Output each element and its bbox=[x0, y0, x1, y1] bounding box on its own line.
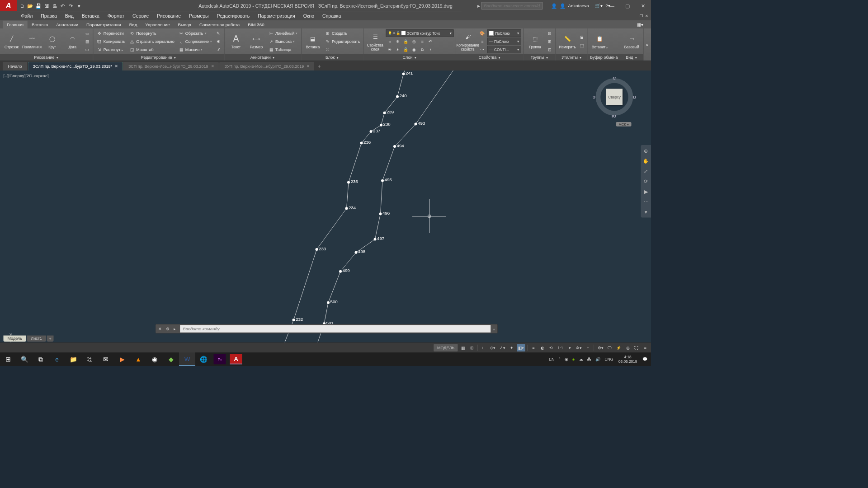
doc-tab-1[interactable]: ЗСлП пр. Верхне-Ис...бургГО_29.03.2019*✕ bbox=[28, 62, 123, 71]
ribbon-tab-2[interactable]: Аннотации bbox=[52, 21, 82, 28]
nav-more-icon[interactable]: ⋯ bbox=[642, 198, 650, 206]
ribbon-tab-3[interactable]: Параметризация bbox=[82, 21, 125, 28]
ribbon-tab-7[interactable]: Совместная работа bbox=[195, 21, 244, 28]
array-button[interactable]: ▦Массив ▾ bbox=[177, 46, 213, 53]
transparency-icon[interactable]: ◐ bbox=[538, 344, 546, 352]
chrome-icon[interactable]: 🌐 bbox=[195, 352, 212, 366]
scale-button[interactable]: ◲Масштаб bbox=[128, 46, 176, 53]
more-icon[interactable]: ⋯ bbox=[479, 46, 486, 53]
model-space-button[interactable]: МОДЕЛЬ bbox=[434, 344, 458, 352]
layer-uniso-icon[interactable]: ◉ bbox=[410, 46, 418, 53]
base-view-button[interactable]: ▭Базовый bbox=[622, 29, 641, 53]
mirror-button[interactable]: ⧋Отразить зеркально bbox=[128, 38, 176, 45]
zoom-extents-icon[interactable]: ⤢ bbox=[642, 168, 650, 175]
offset-icon[interactable]: ⫽ bbox=[215, 46, 222, 53]
isolate-icon[interactable]: ◎ bbox=[624, 344, 632, 352]
measure-button[interactable]: 📏Измерить bbox=[558, 29, 577, 53]
tray-chevron-icon[interactable]: ^ bbox=[557, 357, 562, 362]
line-button[interactable]: ╱Отрезок bbox=[2, 29, 21, 53]
ribbon-collapse-icon[interactable]: ▸ bbox=[644, 41, 651, 48]
add-layout-button[interactable]: + bbox=[47, 336, 53, 342]
new-tab-button[interactable]: + bbox=[315, 62, 323, 70]
color-dropdown[interactable]: ПоСлою▼ bbox=[487, 29, 521, 37]
group-edit-icon[interactable]: ⊞ bbox=[546, 38, 554, 45]
showmotion-icon[interactable]: ▶ bbox=[642, 188, 650, 196]
lang-indicator[interactable]: EN bbox=[547, 357, 556, 362]
action-center-icon[interactable]: 💬 bbox=[641, 357, 649, 362]
ribbon-tab-1[interactable]: Вставка bbox=[28, 21, 52, 28]
customize-status-icon[interactable]: ≡ bbox=[642, 344, 649, 352]
fillet-button[interactable]: ◟Сопряжение ▾ bbox=[177, 38, 213, 45]
attr-button[interactable]: ⌘ bbox=[324, 46, 361, 53]
tab-close-icon[interactable]: ✕ bbox=[211, 65, 214, 68]
app-logo[interactable]: A bbox=[0, 0, 17, 11]
task-view-icon[interactable]: ⧉ bbox=[33, 352, 49, 366]
dimension-button[interactable]: ⟷Размер bbox=[247, 29, 266, 53]
hardware-accel-icon[interactable]: ⚡ bbox=[615, 344, 623, 352]
menu-сервис[interactable]: Сервис bbox=[128, 11, 153, 20]
isodraft-icon[interactable]: ∠▾ bbox=[498, 344, 507, 352]
monitor-icon[interactable]: 🖵 bbox=[606, 344, 613, 352]
tab-close-icon[interactable]: ✕ bbox=[115, 65, 118, 68]
cmd-customize-icon[interactable]: ⚙ bbox=[164, 325, 172, 333]
text-button[interactable]: AТекст bbox=[226, 29, 245, 53]
menu-формат[interactable]: Формат bbox=[104, 11, 128, 20]
move-button[interactable]: ✥Перенести bbox=[95, 29, 127, 37]
paste-button[interactable]: 📋Вставить bbox=[590, 29, 609, 53]
qat-redo-icon[interactable]: ↷ bbox=[67, 2, 75, 9]
doc-tab-0[interactable]: Начало bbox=[3, 62, 27, 71]
qat-dropdown-icon[interactable]: ▾ bbox=[75, 2, 83, 9]
pan-icon[interactable]: ✋ bbox=[642, 157, 650, 165]
ribbon-tab-6[interactable]: Вывод bbox=[174, 21, 195, 28]
close-button[interactable]: ✕ bbox=[636, 0, 651, 11]
menu-параметризация[interactable]: Параметризация bbox=[254, 11, 299, 20]
steam-tray-icon[interactable]: ◉ bbox=[563, 357, 570, 362]
viewcube-west[interactable]: З bbox=[593, 94, 595, 99]
ellipse-icon[interactable]: ⬭ bbox=[84, 46, 91, 53]
qat-save-icon[interactable]: 💾 bbox=[35, 2, 42, 9]
app1-icon[interactable]: ◆ bbox=[163, 352, 179, 366]
select-icon[interactable]: ⬚ bbox=[578, 42, 586, 49]
movies-icon[interactable]: ▶ bbox=[114, 352, 130, 366]
keyboard-lang-icon[interactable]: ENG bbox=[603, 357, 615, 362]
orbit-icon[interactable]: ⟳ bbox=[642, 178, 650, 185]
cmd-close-icon[interactable]: ✕ bbox=[156, 325, 164, 333]
ortho-icon[interactable]: ∟ bbox=[480, 344, 487, 352]
annoscale-label[interactable]: 1:1 bbox=[556, 344, 565, 352]
doc-tab-2[interactable]: ЗСП пр. Верхне-Исе...нбургГО_29.03.2019✕ bbox=[123, 62, 219, 71]
ribbon-tab-5[interactable]: Управление bbox=[141, 21, 174, 28]
gear-icon[interactable]: ✲▾ bbox=[575, 344, 583, 352]
coord-system-label[interactable]: МСК ▾ bbox=[616, 122, 632, 127]
mail-icon[interactable]: ✉ bbox=[98, 352, 114, 366]
minimize-button[interactable]: — bbox=[604, 0, 620, 11]
cmd-history-icon[interactable]: ▲ bbox=[491, 327, 497, 330]
layer-off-icon[interactable]: ☼ bbox=[386, 38, 394, 45]
layer-prev-icon[interactable]: ↶ bbox=[427, 38, 434, 45]
featured-apps-icon[interactable]: ▦▾ bbox=[633, 21, 647, 28]
viewcube-north[interactable]: С bbox=[613, 75, 616, 80]
osnap-icon[interactable]: ✦ bbox=[508, 344, 516, 352]
tab-close-icon[interactable]: ✕ bbox=[307, 65, 309, 68]
ribbon-tab-0[interactable]: Главная bbox=[3, 21, 28, 28]
hatch-icon[interactable]: ▨ bbox=[84, 38, 91, 45]
3dosnap-icon[interactable]: ◧▾ bbox=[517, 344, 525, 352]
clean-screen-icon[interactable]: ⛶ bbox=[633, 344, 641, 352]
nav-collapse-icon[interactable]: ▾ bbox=[642, 208, 650, 216]
layer-walk-icon[interactable]: ⧉ bbox=[419, 46, 426, 53]
doc-tab-3[interactable]: ЗУП пр. Верхне-Исе...нбургГО_29.03.2019✕ bbox=[219, 62, 314, 71]
erase-icon[interactable]: ✎ bbox=[215, 29, 222, 37]
menu-рисование[interactable]: Рисование bbox=[153, 11, 185, 20]
trim-button[interactable]: ✂Обрезать ▾ bbox=[177, 29, 213, 37]
layer-thaw-icon[interactable]: ✶ bbox=[394, 46, 402, 53]
arc-button[interactable]: ◠Дуга bbox=[63, 29, 82, 53]
layer-match-icon[interactable]: ≡ bbox=[419, 38, 426, 45]
clock[interactable]: 4:1803.05.2019 bbox=[616, 355, 640, 364]
layer-state-icon[interactable]: ⋮ bbox=[427, 46, 434, 53]
search-input[interactable] bbox=[481, 2, 542, 9]
rotate-button[interactable]: ⟲Повернуть bbox=[128, 29, 176, 37]
steam-icon[interactable]: ◉ bbox=[146, 352, 163, 366]
layout-tab-1[interactable]: Лист1 bbox=[27, 336, 46, 342]
volume-tray-icon[interactable]: 🔊 bbox=[594, 357, 602, 362]
polyline-button[interactable]: 〰Полилиния bbox=[23, 29, 42, 53]
explorer-icon[interactable]: 📁 bbox=[65, 352, 81, 366]
